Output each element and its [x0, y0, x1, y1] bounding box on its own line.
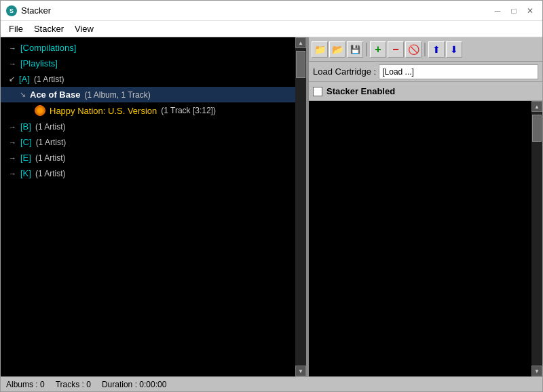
meta-a: (1 Artist) [34, 75, 64, 84]
library-tree: → [Compilations] → [Playlists] ↙ [A] (1 … [1, 37, 295, 376]
right-scroll-up-button[interactable]: ▲ [531, 101, 542, 112]
open-folder-button[interactable]: 📁 [312, 41, 328, 58]
load-cartridge-select[interactable]: [Load ...] [379, 64, 538, 79]
tree-item-happy-nation[interactable]: Happy Nation: U.S. Version (1 Track [3:1… [1, 102, 295, 119]
toolbar-sep-1 [366, 43, 367, 56]
label-playlists: [Playlists] [20, 58, 58, 68]
scroll-thumb-left[interactable] [296, 51, 305, 78]
arrow-compilations: → [9, 44, 16, 52]
meta-e: (1 Artist) [35, 153, 66, 163]
status-duration: Duration : 0:00:00 [102, 380, 166, 389]
label-happy-nation: Happy Nation: U.S. Version [50, 106, 157, 116]
window-controls: ─ □ ✕ [491, 4, 537, 18]
status-albums: Albums : 0 [6, 380, 45, 389]
stacker-enabled-row: Stacker Enabled [309, 82, 542, 101]
left-scrollbar: ▲ ▼ [295, 37, 306, 376]
stacker-enabled-checkbox[interactable] [313, 87, 322, 96]
meta-b: (1 Artist) [35, 122, 66, 132]
label-k: [K] [20, 168, 31, 178]
load-cartridge-label: Load Cartridge : [313, 66, 376, 77]
tree-item-playlists[interactable]: → [Playlists] [1, 56, 295, 71]
tree-item-compilations[interactable]: → [Compilations] [1, 40, 295, 56]
arrow-b: → [9, 123, 16, 131]
scroll-track-left[interactable] [295, 48, 306, 366]
tree-item-a-section[interactable]: ↙ [A] (1 Artist) [1, 71, 295, 87]
right-scroll-down-button[interactable]: ▼ [531, 366, 542, 376]
scroll-down-button[interactable]: ▼ [295, 366, 306, 376]
cancel-button[interactable]: 🚫 [405, 41, 422, 58]
label-a: [A] [19, 74, 30, 84]
status-tracks: Tracks : 0 [56, 380, 91, 389]
main-window: S Stacker ─ □ ✕ File Stacker View → [Com… [0, 0, 543, 392]
tree-item-ace-of-base[interactable]: ↘ Ace of Base (1 Album, 1 Track) [1, 87, 295, 102]
label-c: [C] [20, 137, 32, 147]
label-compilations: [Compilations] [20, 43, 76, 53]
meta-k: (1 Artist) [35, 169, 66, 178]
scroll-thumb-right[interactable] [532, 115, 542, 142]
right-content-area: ▲ ▼ [309, 101, 542, 376]
tree-item-c-section[interactable]: → [C] (1 Artist) [1, 134, 295, 150]
meta-happy-nation: (1 Track [3:12]) [161, 106, 216, 115]
right-scrollbar: ▲ ▼ [531, 101, 542, 376]
arrow-playlists: → [9, 60, 16, 68]
tree-item-k-section[interactable]: → [K] (1 Artist) [1, 165, 295, 181]
menu-view[interactable]: View [69, 22, 99, 35]
move-down-button[interactable]: ⬇ [446, 41, 462, 58]
window-title: Stacker [21, 5, 491, 16]
close-button[interactable]: ✕ [523, 4, 537, 18]
menu-file[interactable]: File [3, 22, 29, 35]
status-bar: Albums : 0 Tracks : 0 Duration : 0:00:00 [1, 376, 542, 391]
arrow-e: → [9, 154, 16, 162]
arrow-a: ↙ [9, 75, 15, 83]
app-icon: S [6, 5, 17, 16]
label-e: [E] [20, 153, 31, 163]
main-content: → [Compilations] → [Playlists] ↙ [A] (1 … [1, 37, 542, 376]
add-button[interactable]: + [370, 41, 386, 58]
remove-button[interactable]: − [388, 41, 404, 58]
left-panel: → [Compilations] → [Playlists] ↙ [A] (1 … [1, 37, 306, 376]
minimize-button[interactable]: ─ [491, 4, 504, 18]
toolbar: 📁 📂 💾 + − 🚫 ⬆ ⬇ [309, 37, 542, 62]
playlist-area [309, 101, 531, 376]
arrow-c: → [9, 138, 16, 146]
label-ace-of-base: Ace of Base [30, 90, 80, 100]
track-icon-happy-nation [35, 105, 45, 116]
load-cartridge-row: Load Cartridge : [Load ...] [309, 62, 542, 82]
arrow-ace-of-base: ↘ [20, 90, 26, 99]
arrow-k: → [9, 170, 16, 178]
label-b: [B] [20, 121, 31, 132]
menu-bar: File Stacker View [1, 21, 542, 37]
meta-ace-of-base: (1 Album, 1 Track) [84, 90, 150, 100]
save-open-button[interactable]: 📂 [329, 41, 345, 58]
scroll-up-button[interactable]: ▲ [295, 37, 306, 48]
toolbar-sep-2 [424, 43, 426, 56]
right-panel: 📁 📂 💾 + − 🚫 ⬆ ⬇ Load Cartridge : [Load .… [309, 37, 542, 376]
stacker-enabled-label: Stacker Enabled [326, 86, 395, 96]
maximize-button[interactable]: □ [507, 4, 521, 18]
tree-item-e-section[interactable]: → [E] (1 Artist) [1, 150, 295, 165]
save-button[interactable]: 💾 [347, 41, 363, 58]
meta-c: (1 Artist) [36, 138, 67, 147]
tree-item-b-section[interactable]: → [B] (1 Artist) [1, 119, 295, 134]
title-bar: S Stacker ─ □ ✕ [1, 1, 542, 21]
move-up-button[interactable]: ⬆ [428, 41, 445, 58]
scroll-track-right[interactable] [531, 112, 542, 366]
menu-stacker[interactable]: Stacker [29, 22, 69, 35]
